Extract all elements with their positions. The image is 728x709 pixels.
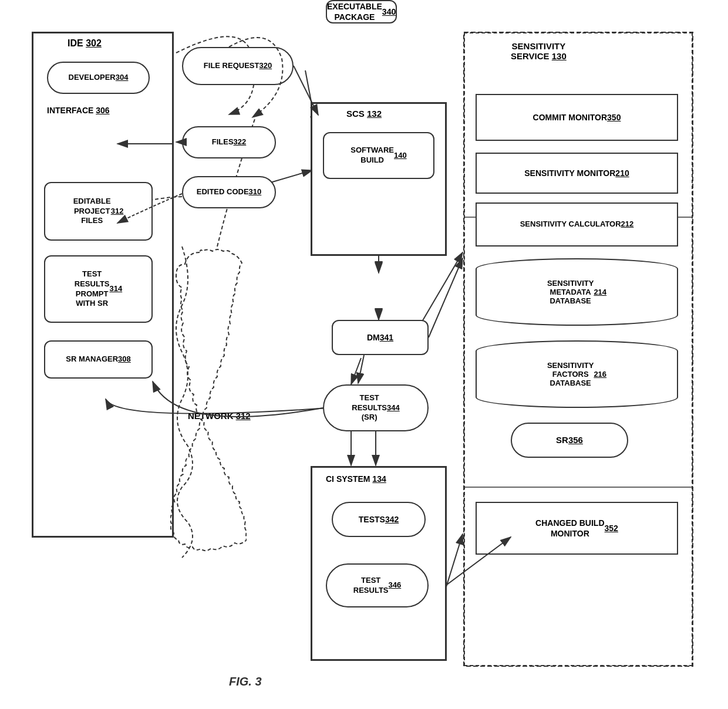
test-results-346-box: TESTRESULTS 346 bbox=[326, 563, 429, 607]
commit-monitor-box: COMMIT MONITOR 350 bbox=[476, 94, 678, 141]
svg-line-16 bbox=[446, 534, 463, 587]
developer-box: DEVELOPER304 bbox=[47, 62, 150, 94]
software-build-box: SOFTWAREBUILD 140 bbox=[323, 132, 434, 179]
dm-box: DM 341 bbox=[332, 320, 429, 355]
diagram: IDE 302 DEVELOPER304 INTERFACE 306 EDITA… bbox=[0, 0, 728, 709]
sensitivity-metadata-db-box: SENSITIVITYMETADATADATABASE 214 bbox=[476, 258, 678, 326]
changed-build-monitor-box: CHANGED BUILDMONITOR 352 bbox=[476, 502, 678, 555]
editable-project-files-box: EDITABLEPROJECTFILES 312 bbox=[44, 182, 153, 241]
scs-box bbox=[311, 103, 446, 255]
svg-line-22 bbox=[358, 355, 364, 383]
scs-label: SCS 132 bbox=[346, 109, 382, 119]
sr-box: SR 356 bbox=[511, 423, 628, 458]
file-request-box: FILE REQUEST320 bbox=[182, 47, 294, 85]
files-box: FILES 322 bbox=[182, 126, 276, 158]
sensitivity-factors-db-box: SENSITIVITYFACTORSDATABASE 216 bbox=[476, 340, 678, 408]
svg-line-23 bbox=[429, 258, 463, 337]
sensitivity-calculator-box: SENSITIVITY CALCULATOR 212 bbox=[476, 202, 678, 247]
network-cloud bbox=[170, 247, 247, 558]
ci-system-label: CI SYSTEM 134 bbox=[326, 474, 386, 484]
interface-label: INTERFACE 306 bbox=[47, 106, 110, 115]
edited-code-box: EDITED CODE 310 bbox=[182, 176, 276, 208]
sensitivity-monitor-box: SENSITIVITY MONITOR 210 bbox=[476, 153, 678, 194]
ide-label: IDE 302 bbox=[68, 38, 102, 49]
tests-box: TESTS 342 bbox=[332, 502, 426, 537]
executable-package-box: EXECUTABLEPACKAGE 340 bbox=[326, 0, 397, 23]
test-results-sr-box: TESTRESULTS(SR) 344 bbox=[323, 384, 429, 431]
test-results-prompt-box: TESTRESULTSPROMPTWITH SR 314 bbox=[44, 255, 153, 323]
figure-caption: FIG. 3 bbox=[229, 675, 262, 688]
sensitivity-service-label: SENSITIVITYSERVICE 130 bbox=[511, 41, 567, 61]
sr-manager-box: SR MANAGER308 bbox=[44, 340, 153, 379]
svg-line-13 bbox=[351, 358, 361, 384]
